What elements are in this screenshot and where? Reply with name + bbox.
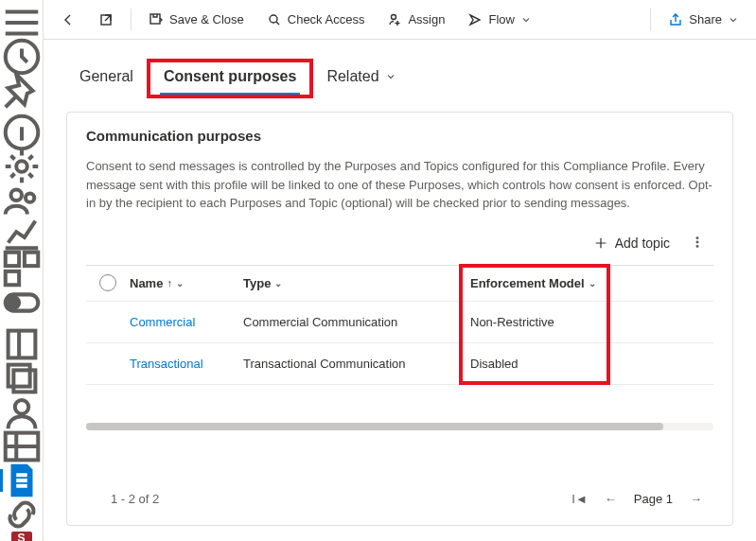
flow-button[interactable]: Flow — [458, 7, 540, 33]
row-name-link[interactable]: Commercial — [130, 315, 195, 329]
svg-rect-10 — [8, 331, 35, 358]
svg-point-18 — [392, 14, 396, 19]
save-close-button[interactable]: Save & Close — [139, 7, 254, 33]
pager-prev-button[interactable]: ← — [605, 492, 617, 506]
chevron-down-icon: ⌄ — [274, 278, 282, 288]
back-button[interactable] — [51, 7, 85, 33]
main-area: Save & Close Check Access Assign Flow Sh… — [44, 0, 756, 541]
table-row[interactable]: Commercial Commercial Communication Non-… — [86, 302, 713, 343]
col-header-name[interactable]: Name ↑⌄ — [130, 276, 243, 290]
svg-point-17 — [270, 15, 277, 23]
tab-related[interactable]: Related — [313, 62, 409, 95]
svg-point-9 — [8, 297, 19, 308]
toggle-icon[interactable] — [0, 286, 44, 320]
svg-rect-11 — [8, 365, 29, 387]
popout-button[interactable] — [89, 7, 123, 33]
side-rail: S — [0, 0, 44, 541]
table-row[interactable]: Transactional Transactional Communicatio… — [86, 343, 713, 385]
pager-status: 1 - 2 of 2 — [111, 492, 159, 506]
communication-purposes-card: Communication purposes Consent to send m… — [66, 112, 733, 526]
svg-point-3 — [10, 190, 22, 201]
chevron-down-icon — [385, 71, 396, 82]
row-type: Commercial Communication — [243, 315, 451, 329]
row-name-link[interactable]: Transactional — [130, 357, 203, 371]
row-type: Transactional Communication — [243, 357, 451, 371]
svg-rect-6 — [24, 253, 37, 266]
form-tabs: General Consent purposes Related — [44, 40, 756, 108]
svg-point-21 — [696, 245, 698, 247]
highlight-consent-tab: Consent purposes — [147, 59, 313, 98]
card-title: Communication purposes — [86, 128, 713, 144]
more-commands-button[interactable] — [687, 232, 708, 255]
card-description: Consent to send messages is controlled b… — [86, 157, 713, 213]
add-topic-button[interactable]: Add topic — [594, 236, 670, 251]
row-enforcement: Non-Restrictive — [451, 315, 713, 329]
svg-point-2 — [16, 161, 27, 172]
chevron-down-icon: ⌄ — [589, 278, 596, 288]
grid-header-row: Name ↑⌄ Type⌄ Enforcement Model⌄ — [86, 266, 713, 302]
svg-point-4 — [26, 194, 34, 202]
svg-point-20 — [696, 241, 698, 243]
sort-asc-icon: ↑ — [167, 277, 172, 288]
chevron-down-icon: ⌄ — [176, 278, 184, 288]
svg-point-19 — [696, 236, 698, 238]
horizontal-scrollbar[interactable] — [86, 423, 713, 430]
command-bar: Save & Close Check Access Assign Flow Sh… — [44, 0, 756, 40]
svg-point-13 — [14, 400, 27, 413]
chevron-down-icon — [728, 14, 739, 26]
select-all-checkbox[interactable] — [99, 274, 116, 291]
share-button[interactable]: Share — [659, 7, 748, 33]
row-enforcement: Disabled — [451, 357, 713, 371]
purposes-grid: Name ↑⌄ Type⌄ Enforcement Model⌄ Commerc… — [86, 265, 713, 385]
grid-pager: 1 - 2 of 2 I◄ ← Page 1 → — [86, 484, 713, 506]
pin-icon[interactable] — [0, 74, 44, 108]
check-access-button[interactable]: Check Access — [257, 7, 375, 33]
tab-general[interactable]: General — [66, 62, 147, 95]
pager-first-button[interactable]: I◄ — [571, 492, 587, 506]
svg-rect-5 — [5, 253, 18, 266]
pager-next-button[interactable]: → — [690, 492, 702, 506]
pager-page-label: Page 1 — [634, 492, 673, 506]
col-header-enforcement[interactable]: Enforcement Model⌄ — [451, 276, 713, 290]
svg-rect-16 — [150, 14, 160, 24]
assign-button[interactable]: Assign — [378, 7, 454, 33]
chevron-down-icon — [520, 14, 532, 26]
svg-rect-12 — [13, 370, 35, 392]
col-header-type[interactable]: Type⌄ — [243, 276, 451, 290]
tab-consent-purposes[interactable]: Consent purposes — [150, 62, 309, 95]
link-icon[interactable] — [0, 497, 44, 532]
